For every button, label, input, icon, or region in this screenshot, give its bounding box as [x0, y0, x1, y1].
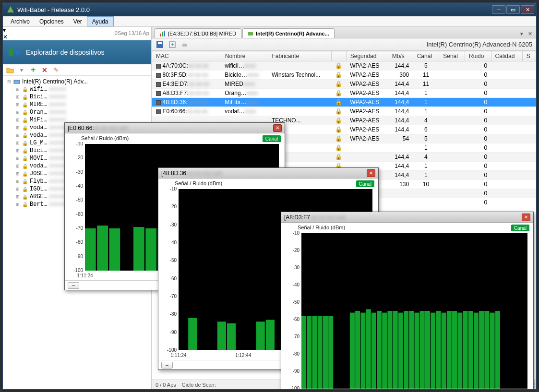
svg-rect-66: [318, 316, 323, 389]
tab-close-icon[interactable]: ✕: [526, 30, 534, 38]
tab-adapter[interactable]: Intel(R) Centrino(R) Advanc...: [242, 28, 335, 38]
svg-rect-43: [266, 320, 275, 351]
svg-rect-3: [14, 80, 20, 83]
popup-subtitle: Señal / Ruido (dBm) Canal1: [281, 223, 533, 230]
svg-rect-39: [188, 318, 197, 350]
svg-rect-79: [404, 311, 408, 389]
devices-icon: [8, 46, 21, 59]
svg-text:-50: -50: [76, 197, 84, 202]
svg-rect-76: [387, 311, 392, 389]
svg-rect-71: [360, 313, 365, 389]
svg-rect-87: [447, 311, 452, 389]
minimize-button[interactable]: ─: [492, 5, 505, 14]
tree-adapter[interactable]: ⊟ Intel(R) Centrino(R) Adv... 0Seg 13/16…: [6, 78, 151, 85]
add-icon[interactable]: ＋: [29, 66, 37, 74]
col-s[interactable]: S: [522, 51, 536, 61]
svg-rect-68: [328, 316, 333, 389]
save-icon[interactable]: [156, 40, 164, 49]
grid-toolbar: Intel(R) Centrino(R) Advanced-N 6205: [152, 38, 536, 51]
svg-rect-15: [97, 226, 108, 271]
table-row[interactable]: 80:3F:5D:xx:xx:xxBicicle…xxxxWinstars Te…: [152, 71, 536, 80]
adapter-label: Intel(R) Centrino(R) Adv...: [22, 78, 88, 85]
table-row[interactable]: 48:8D:36:xx:xx:xxMiFibr…xxxx🔒WPA2-AES144…: [152, 98, 536, 107]
content-area: ▾ ✕ Explorador de dispositivos ▾ ＋ ✕ ✎ ⊟: [3, 27, 536, 389]
menu-opciones[interactable]: Opciones: [35, 16, 69, 26]
svg-rect-78: [398, 313, 403, 389]
close-button[interactable]: ✕: [521, 5, 534, 14]
svg-rect-9: [158, 42, 162, 44]
svg-rect-41: [227, 323, 236, 350]
popup-close-icon[interactable]: ✕: [522, 214, 530, 221]
svg-rect-96: [495, 311, 500, 389]
svg-rect-72: [366, 309, 371, 389]
col-senal[interactable]: Señal: [439, 51, 465, 61]
svg-rect-89: [457, 313, 462, 389]
svg-rect-82: [420, 311, 425, 389]
col-lock[interactable]: [331, 51, 346, 61]
window-title: Wifi-Babel - Release 2.0.0: [17, 6, 492, 13]
tree-item[interactable]: ⊞🔒Oran…xxxxx: [6, 108, 151, 116]
col-ruido[interactable]: Ruido: [465, 51, 491, 61]
svg-rect-64: [307, 316, 311, 389]
svg-point-2: [14, 49, 20, 55]
svg-text:-80: -80: [293, 351, 300, 356]
folder-icon[interactable]: [6, 66, 14, 74]
zoom-out-button[interactable]: –: [161, 362, 173, 368]
tab-strip: [E4:3E:D7:B1:D0:B8] MIRED Intel(R) Centr…: [152, 27, 536, 38]
svg-rect-73: [371, 313, 376, 389]
tab-mired[interactable]: [E4:3E:D7:B1:D0:B8] MIRED: [155, 28, 241, 38]
signal-chart: -10-20-30-40-50-60-70-80-90-100 1:11:241…: [285, 231, 529, 389]
svg-text:-70: -70: [76, 226, 84, 231]
col-canal[interactable]: Canal: [413, 51, 439, 61]
app-window: Wifi-Babel - Release 2.0.0 ─ ▭ ✕ Archivo…: [2, 2, 537, 390]
popup-titlebar[interactable]: [48:8D:36:xx:xx:xx] ssid ✕: [158, 168, 378, 178]
dropdown-icon[interactable]: ▾: [17, 66, 26, 74]
print-icon[interactable]: [180, 40, 189, 49]
col-fabricante[interactable]: Fabricante: [268, 51, 331, 61]
tree-item[interactable]: ⊞🔒wifi…xxxxx: [6, 85, 151, 93]
tree-item[interactable]: ⊞🔒Bici…xxxxx: [6, 93, 151, 101]
svg-rect-94: [484, 311, 489, 389]
table-row[interactable]: 4A:70:0C:xx:xx:xxwificli…xxxx🔒WPA2-AES14…: [152, 61, 536, 71]
svg-rect-7: [248, 32, 253, 36]
svg-text:-20: -20: [76, 155, 84, 160]
svg-rect-16: [109, 228, 120, 271]
titlebar[interactable]: Wifi-Babel - Release 2.0.0 ─ ▭ ✕: [3, 3, 536, 16]
menubar: Archivo Opciones Ver Ayuda: [3, 16, 536, 27]
tool-icon[interactable]: ✎: [52, 66, 60, 74]
col-seguridad[interactable]: Seguridad: [346, 51, 388, 61]
svg-text:-100: -100: [167, 347, 177, 353]
col-mbs[interactable]: Mb/s: [388, 51, 413, 61]
table-row[interactable]: E0:60:66:xx:xx:xxvodaf…xxxx🔒WPA2-AES144,…: [152, 107, 536, 116]
popup-subtitle: Señal / Ruido (dBm) Canal1: [65, 133, 285, 141]
svg-rect-83: [425, 311, 430, 389]
zoom-out-button[interactable]: –: [68, 282, 79, 289]
svg-text:-90: -90: [76, 254, 84, 259]
export-icon[interactable]: [168, 40, 177, 49]
col-nombre[interactable]: Nombre: [221, 51, 268, 61]
menu-ver[interactable]: Ver: [69, 16, 87, 26]
maximize-button[interactable]: ▭: [506, 5, 520, 14]
tree-item[interactable]: ⊞🔒MIRE…xxxxx: [6, 101, 151, 108]
svg-text:-40: -40: [170, 240, 177, 245]
tab-dropdown-icon[interactable]: ▾: [518, 30, 525, 38]
svg-text:-40: -40: [293, 282, 300, 287]
svg-rect-92: [474, 313, 479, 389]
adapter-icon: [13, 78, 20, 85]
svg-text:-90: -90: [293, 368, 300, 374]
table-row[interactable]: A8:D3:F7:xx:xx:xxOrang…xxxx🔒WPA2-AES144,…: [152, 89, 536, 98]
popup-titlebar[interactable]: [E0:60:66:xx:xx:xx] ssid ✕: [65, 123, 285, 133]
popup-close-icon[interactable]: ✕: [273, 124, 282, 132]
svg-text:-60: -60: [293, 317, 300, 322]
delete-icon[interactable]: ✕: [40, 66, 49, 74]
card-icon: [248, 31, 253, 36]
menu-ayuda[interactable]: Ayuda: [87, 16, 114, 26]
popup-titlebar[interactable]: [A8:D3:F7:xx:xx:xx] ssid ✕: [281, 212, 533, 223]
signal-popup-3[interactable]: [A8:D3:F7:xx:xx:xx] ssid ✕ Señal / Ruido…: [281, 212, 534, 389]
popup-close-icon[interactable]: ✕: [367, 169, 375, 177]
svg-rect-4: [160, 34, 161, 36]
col-mac[interactable]: MAC: [152, 51, 221, 61]
menu-archivo[interactable]: Archivo: [6, 16, 35, 26]
table-row[interactable]: E4:3E:D7:xx:xx:xxMIREDxxxx🔒WPA2-AES144,4…: [152, 80, 536, 89]
col-calidad[interactable]: Calidad: [491, 51, 522, 61]
